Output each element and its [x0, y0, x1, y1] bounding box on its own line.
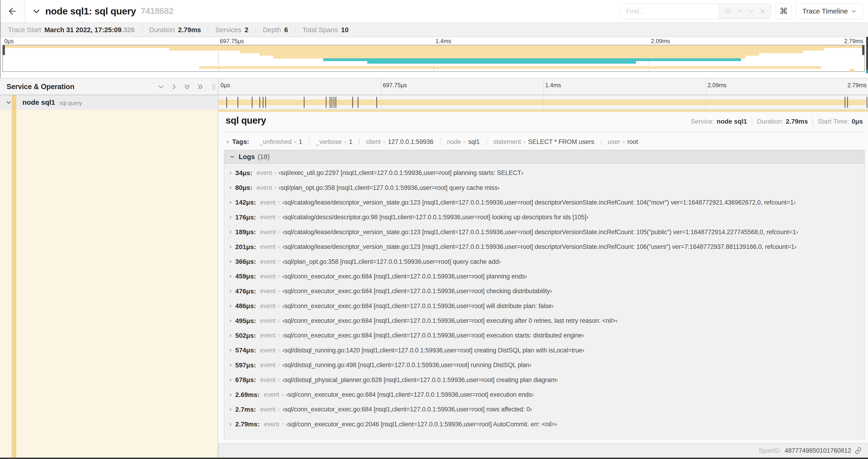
back-button[interactable]: [0, 0, 25, 22]
prev-match-icon[interactable]: [736, 8, 743, 15]
span-row-timeline-cell[interactable]: [218, 95, 868, 110]
meta-item: Start Time: 0μs: [812, 118, 863, 125]
log-entry[interactable]: › 476μs: event = ‹sql/conn_executor_exec…: [224, 284, 864, 299]
chevron-right-icon: ›: [229, 376, 231, 384]
screen-bottom-edge: [0, 458, 868, 459]
log-field-key: event: [257, 169, 272, 176]
equals-sign: =: [277, 199, 280, 205]
collapse-all-icon[interactable]: [184, 83, 191, 90]
tick-label: 697.75μs: [383, 82, 407, 89]
tag-value: 1: [349, 138, 352, 145]
equals-sign: =: [277, 214, 280, 220]
span-row-name-cell[interactable]: node sql1 sql query: [0, 95, 218, 110]
chevron-right-icon: ›: [229, 184, 231, 192]
chevron-down-icon[interactable]: [32, 7, 40, 15]
equals-sign: =: [277, 406, 280, 413]
span-color-accent-strip: [12, 110, 16, 458]
expand-one-icon[interactable]: [170, 83, 178, 90]
minimap-span-bar: [199, 66, 822, 69]
equals-sign: =: [277, 377, 280, 383]
timeline-minimap[interactable]: [2, 45, 865, 72]
log-field-key: event: [260, 258, 276, 265]
log-field-value: ‹sql/conn_executor_exec.go:684 [nsql1,cl…: [282, 332, 584, 339]
header: node sql1: sql query 7418682 ⌘ Trace Tim…: [0, 0, 868, 22]
span-detail-panel: sql query Service: node sql1 Duration: 2…: [218, 110, 868, 443]
log-tick: [845, 97, 845, 108]
tag-item: statement = SELECT * FROM users: [487, 138, 601, 145]
log-tick: [332, 97, 332, 108]
equals-sign: =: [274, 170, 277, 176]
detail-top-accent: [218, 110, 868, 112]
axis-tick-labels: 0μs697.75μs1.4ms2.09ms2.79ms: [219, 82, 868, 89]
log-field-value: ‹sql/catalog/lease/descriptor_version_st…: [282, 199, 796, 206]
log-entry[interactable]: › 459μs: event = ‹sql/conn_executor_exec…: [224, 269, 864, 284]
log-entry[interactable]: › 597μs: event = ‹sql/distsql_running.go…: [224, 358, 864, 372]
log-field-value: ‹sql/conn_executor_exec.go:684 [nsql1,cl…: [282, 406, 532, 413]
log-field-value: ‹sql/distsql_running.go:498 [nsql1,clien…: [282, 362, 531, 369]
chevron-down-icon[interactable]: [6, 99, 12, 105]
minimap-right-scrub-handle[interactable]: [862, 45, 864, 55]
log-entry[interactable]: › 502μs: event = ‹sql/conn_executor_exec…: [224, 328, 864, 343]
chevron-right-icon: ›: [226, 137, 229, 145]
view-select-button[interactable]: Trace Timeline: [796, 3, 863, 19]
log-entry[interactable]: › 201μs: event = ‹sql/catalog/lease/desc…: [224, 239, 864, 254]
tag-item: _verbose = 1: [309, 138, 360, 145]
log-entry[interactable]: › 486μs: event = ‹sql/conn_executor_exec…: [224, 299, 864, 314]
log-field-value: ‹sql/catalog/lease/descriptor_version_st…: [282, 229, 798, 236]
equals-sign: =: [281, 392, 284, 398]
log-field-key: event: [264, 391, 279, 398]
column-header-label: Service & Operation: [6, 83, 74, 91]
minimap-left-scrub-handle[interactable]: [3, 45, 5, 55]
summary-value: 6: [284, 26, 288, 34]
keyboard-shortcuts-button[interactable]: ⌘: [775, 3, 792, 19]
log-entry[interactable]: › 2.7ms: event = ‹sql/conn_executor_exec…: [224, 402, 864, 417]
log-entry[interactable]: › 34μs: event = ‹sql/exec_util.go:2297 […: [224, 166, 864, 180]
clear-search-icon[interactable]: [759, 8, 766, 15]
equals-sign: =: [277, 318, 280, 324]
log-field-key: event: [260, 288, 276, 295]
logs-label: Logs: [239, 153, 255, 161]
log-entry[interactable]: › 574μs: event = ‹sql/distsql_running.go…: [224, 343, 864, 358]
span-id-value: 4877749850101760812: [785, 447, 851, 454]
log-entry[interactable]: › 176μs: event = ‹sql/catalog/descs/desc…: [224, 210, 864, 225]
span-row[interactable]: node sql1 sql query: [0, 95, 868, 110]
log-entry[interactable]: › 142μs: event = ‹sql/catalog/lease/desc…: [224, 195, 864, 210]
log-field-key: event: [260, 332, 276, 339]
log-entry[interactable]: › 366μs: event = ‹sql/plan_opt.go:358 [n…: [224, 254, 864, 269]
log-tick-marks: [219, 95, 868, 109]
log-entry[interactable]: › 2.69ms: event = ‹sql/conn_executor_exe…: [224, 387, 864, 402]
find-input[interactable]: [621, 4, 719, 19]
link-icon[interactable]: [855, 447, 862, 454]
expand-all-icon[interactable]: [197, 83, 204, 90]
tag-key: user: [608, 138, 620, 145]
log-tick: [226, 97, 227, 108]
logs-header[interactable]: Logs (18): [224, 150, 864, 164]
log-field-value: ‹sql/conn_executor_exec.go:684 [nsql1,cl…: [282, 273, 527, 280]
equals-sign: =: [277, 333, 280, 339]
collapse-one-icon[interactable]: [157, 83, 164, 90]
tag-key: client: [366, 138, 381, 145]
tag-item: node = sql1: [440, 138, 487, 145]
log-entry[interactable]: › 2.79ms: event = ‹sql/conn_executor_exe…: [224, 417, 864, 432]
tick-label: 1.4ms: [435, 38, 451, 44]
tags-accordion[interactable]: › Tags: _unfinished = 1 _verbose = 1: [226, 136, 863, 148]
minimap-tick-labels: 0μs 697.75μs 1.4ms 2.09ms 2.79ms: [2, 38, 865, 45]
column-resize-handle[interactable]: [213, 84, 215, 90]
summary-label: Trace Start: [8, 26, 41, 34]
trace-summary-item: Services 2: [208, 26, 255, 34]
summary-label: Services: [215, 26, 241, 34]
tag-key: statement: [493, 138, 521, 145]
equals-sign: =: [463, 139, 466, 145]
log-entry[interactable]: › 495μs: event = ‹sql/conn_executor_exec…: [224, 314, 864, 328]
tag-item: client = 127.0.0.1:59936: [360, 138, 440, 145]
minimap-span-bar: [323, 58, 741, 61]
next-match-icon[interactable]: [748, 8, 754, 15]
span-operation-name: sql query: [59, 98, 82, 106]
log-entry[interactable]: › 678μs: event = ‹sql/distsql_physical_p…: [224, 372, 864, 387]
chevron-right-icon: ›: [229, 213, 231, 222]
find-box: [620, 3, 771, 19]
locate-icon[interactable]: [724, 8, 731, 15]
log-entry[interactable]: › 189μs: event = ‹sql/catalog/lease/desc…: [224, 225, 864, 239]
log-entry[interactable]: › 80μs: event = ‹sql/plan_opt.go:358 [ns…: [224, 180, 864, 195]
chevron-right-icon: ›: [229, 169, 231, 177]
